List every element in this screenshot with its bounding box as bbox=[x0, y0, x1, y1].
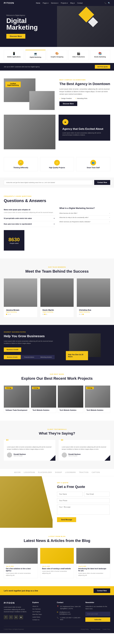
project-card-2[interactable]: Strategy Tech Website Solution bbox=[31, 386, 56, 413]
stat-team[interactable]: 👥 Smart Team Staff bbox=[76, 157, 110, 171]
cta-contact-button[interactable]: Contact Now bbox=[94, 180, 110, 185]
footer-terms-link[interactable]: Terms of Service bbox=[91, 628, 100, 630]
blog-2-content: July 12, 2023 Basic rules of running a s… bbox=[40, 564, 74, 576]
kevin-social bbox=[43, 314, 72, 315]
social-twitter-icon[interactable]: t bbox=[9, 615, 13, 619]
business-growth-button[interactable]: Business Growth bbox=[4, 348, 21, 352]
nav-pages[interactable]: Pages ▾ bbox=[43, 2, 48, 4]
project-card-4[interactable]: Strategy Tech Website Solution bbox=[85, 386, 110, 413]
team-card-kevin[interactable]: Kevin Martin Digital Marketing bbox=[40, 278, 74, 317]
search-icon[interactable]: 🔍 bbox=[108, 2, 110, 4]
trust-cta-button[interactable]: Get Free Quote bbox=[95, 65, 110, 69]
footer-link-contact[interactable]: Contact Us bbox=[32, 619, 53, 620]
kevin-dot-2[interactable] bbox=[44, 314, 45, 315]
cta-email-input[interactable] bbox=[4, 180, 93, 185]
faq-chevron-3: + bbox=[54, 223, 55, 225]
nav-logo[interactable]: PITOON bbox=[4, 2, 14, 4]
client-logo-7: Caption bbox=[92, 472, 100, 473]
faq-title: Questions & Answers bbox=[4, 198, 110, 203]
team-card-jessica[interactable]: Jessica Brown Digital Marketing bbox=[4, 278, 37, 317]
nav-services[interactable]: Services ▾ bbox=[51, 2, 58, 4]
footer-link-services[interactable]: Our Services bbox=[32, 608, 53, 610]
nav-contact[interactable]: Contact bbox=[77, 2, 83, 4]
play-button[interactable]: ▶ bbox=[62, 119, 68, 125]
footer-privacy-link[interactable]: Privacy Policy bbox=[81, 628, 89, 630]
kevin-dot-3[interactable] bbox=[46, 314, 47, 315]
social-facebook-icon[interactable]: f bbox=[4, 615, 8, 619]
service-card-digital[interactable]: 💻 Digital Marketing bbox=[25, 50, 46, 60]
footer-link-about[interactable]: About Us bbox=[32, 606, 53, 607]
service-card-graphic[interactable]: 🎨 Graphic Designing bbox=[47, 50, 67, 60]
arrow-icon-1: → bbox=[109, 212, 110, 214]
quote-row-2 bbox=[57, 498, 109, 503]
service-card-books[interactable]: 📚 Books Marketing bbox=[90, 50, 110, 60]
footer-link-news[interactable]: Latest News bbox=[32, 616, 53, 618]
nav-projects[interactable]: Projects ▾ bbox=[61, 2, 68, 4]
faq-question-2: Ut perspiciatis unde omnis iste natus+ bbox=[4, 218, 55, 219]
footer-link-projects[interactable]: Our Projects bbox=[32, 611, 53, 612]
hero-title: Digital Marketing bbox=[6, 18, 38, 31]
jessica-dot-1[interactable] bbox=[6, 314, 7, 315]
tab-business-growth[interactable]: Business Growth bbox=[4, 355, 21, 359]
jessica-dot-3[interactable] bbox=[10, 314, 11, 315]
project-card-3[interactable]: Tech Website Solution bbox=[58, 386, 83, 413]
faq-badge-number: 8630 bbox=[8, 237, 20, 242]
footer-social-row: f t in ▶ bbox=[4, 615, 29, 619]
service-card-video[interactable]: 🎬 Video Productions bbox=[68, 50, 89, 60]
faq-inner: Nemo enim ipsam quia voluptas sit Lorem … bbox=[4, 207, 110, 251]
quote-email-input[interactable] bbox=[84, 492, 109, 496]
blog-title: Latest News & Articles from the Blog bbox=[4, 538, 110, 543]
testimonials-label: Client Testimonials bbox=[4, 428, 110, 430]
blog-card-2[interactable]: July 12, 2023 Basic rules of running a s… bbox=[40, 548, 74, 578]
jessica-dot-2[interactable] bbox=[8, 314, 9, 315]
agency-right: ▶ Agency that Gets Excited About Lorem i… bbox=[59, 115, 110, 149]
hero-discover-button[interactable]: Discover More bbox=[6, 34, 25, 38]
christina-dot-2[interactable] bbox=[81, 314, 82, 315]
faq-right-item-1[interactable]: What Services do We Offer? → bbox=[59, 211, 110, 216]
newsletter-subscribe-button[interactable]: Subscribe bbox=[85, 618, 110, 622]
social-linkedin-icon[interactable]: in bbox=[14, 615, 18, 619]
nav-home[interactable]: Home bbox=[36, 2, 40, 4]
kevin-dot-1[interactable] bbox=[43, 314, 44, 315]
business-image: Help You Give Us 24 Hours bbox=[69, 334, 101, 357]
faq-item-1[interactable]: Nemo enim ipsam quia voluptas sit Lorem … bbox=[4, 207, 55, 216]
footer-cta-button[interactable]: Contact Now bbox=[94, 588, 110, 593]
business-btn-row: Business Growth bbox=[4, 348, 55, 352]
footer-link-team[interactable]: Meet the Team bbox=[32, 614, 53, 615]
project-2-image: Strategy bbox=[31, 386, 56, 408]
blog-card-3[interactable]: July 12, 2023 Introducing the latest tec… bbox=[76, 548, 110, 578]
trust-text: Join up to 3000+ customers who trust Our… bbox=[4, 66, 40, 68]
faq-item-2[interactable]: Ut perspiciatis unde omnis iste natus+ bbox=[4, 216, 55, 221]
nav-blog[interactable]: Blog ▾ bbox=[70, 2, 75, 4]
stat-thinking[interactable]: 💡 Thinking Differently bbox=[4, 157, 38, 171]
phone-icon[interactable]: 📞 bbox=[104, 2, 106, 4]
faq-item-3[interactable]: Duis aute irure dolor in reprehenderit+ bbox=[4, 221, 55, 227]
team-card-christina[interactable]: Christina Eve Digital Marketing bbox=[77, 278, 110, 317]
footer-phone-text: +1 (555) 123-4567 +1 (555) 987-6543 bbox=[60, 617, 82, 621]
project-1-tag: Strategy bbox=[5, 387, 13, 389]
team-label: Our Team Members bbox=[4, 266, 110, 268]
quote-phone-input[interactable] bbox=[57, 498, 109, 503]
social-youtube-icon[interactable]: ▶ bbox=[19, 615, 23, 619]
quote-message-input[interactable] bbox=[57, 504, 109, 515]
tab-marketing-solution[interactable]: Marketing Solution bbox=[38, 355, 55, 359]
quote-name-input[interactable] bbox=[57, 492, 83, 496]
quote-submit-button[interactable]: Send Message bbox=[57, 517, 76, 522]
footer-logo[interactable]: PITOON bbox=[4, 602, 29, 604]
footer-cookie-link[interactable]: Cookie Policy bbox=[103, 628, 110, 630]
project-card-1[interactable]: Strategy Software Trade Development bbox=[4, 386, 29, 413]
project-1-name: Software Trade Development bbox=[6, 409, 28, 411]
business-tabs: Business Growth Financial Advice Marketi… bbox=[4, 355, 55, 359]
hero-section: Welcome to Digital Agency Digital Market… bbox=[0, 6, 114, 47]
tab-financial-advice[interactable]: Financial Advice bbox=[21, 355, 38, 359]
service-card-mobile[interactable]: 📱 Mobile Applications bbox=[4, 50, 24, 60]
stat-quality[interactable]: ⭐ High Quality Projects bbox=[40, 157, 74, 171]
blog-card-1[interactable]: July 12, 2023 Get a few solutions to hir… bbox=[4, 548, 38, 578]
about-discover-button[interactable]: Discover More bbox=[59, 102, 77, 106]
faq-right-item-2[interactable]: What We Do Help & We do consistently ref… bbox=[59, 216, 110, 220]
faq-right-item-3[interactable]: Which Services are Required to Build a W… bbox=[59, 220, 110, 224]
about-features: ✓ Design Freedom ✓ Interesting Picks bbox=[59, 98, 110, 99]
christina-dot-3[interactable] bbox=[83, 314, 84, 315]
christina-dot-1[interactable] bbox=[79, 314, 80, 315]
newsletter-email-input[interactable] bbox=[85, 612, 110, 616]
